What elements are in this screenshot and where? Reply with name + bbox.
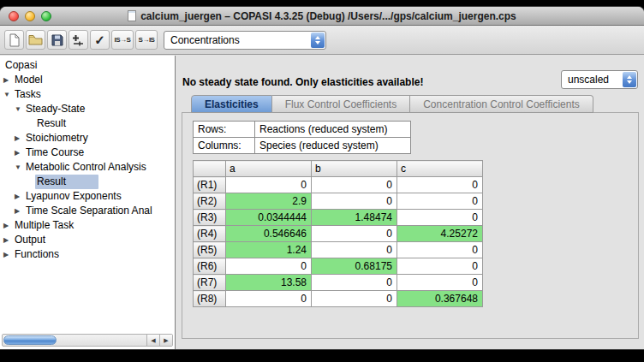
tab-elasticities[interactable]: Elasticities: [191, 95, 272, 113]
row-header-r2[interactable]: (R2): [194, 193, 226, 210]
sbml-import-button[interactable]: IS→S: [111, 30, 134, 50]
open-folder-icon: [28, 34, 43, 45]
cell-r6-b[interactable]: 0.68175: [312, 258, 397, 275]
sliders-button[interactable]: [69, 30, 88, 50]
tab-bar: ElasticitiesFlux Control CoefficientsCon…: [191, 95, 593, 113]
tree-collapsed-icon[interactable]: ▶: [15, 131, 24, 145]
cell-r7-a[interactable]: 13.58: [226, 275, 312, 291]
sidebar-item-output[interactable]: ▶Output: [0, 233, 175, 247]
cell-r1-c[interactable]: 0: [397, 177, 483, 193]
cell-r4-b[interactable]: 0: [312, 226, 397, 242]
sidebar-item-stoichiometry[interactable]: ▶Stoichiometry: [0, 131, 175, 145]
row-header-r6[interactable]: (R6): [194, 258, 226, 275]
sidebar-item-lyapunov-exponents[interactable]: ▶Lyapunov Exponents: [0, 189, 175, 204]
toolbar: ✓ IS→S S→IS Concentrations: [0, 26, 644, 55]
sidebar-item-result[interactable]: Result: [0, 175, 175, 189]
table-row-r3: (R3)0.03444441.484740: [194, 210, 483, 226]
cell-r8-c[interactable]: 0.367648: [397, 291, 483, 307]
cell-r2-b[interactable]: 0: [312, 193, 397, 210]
new-file-button[interactable]: [4, 30, 24, 50]
tree-collapsed-icon[interactable]: ▶: [15, 189, 24, 204]
sidebar-item-tasks[interactable]: ▼Tasks: [0, 87, 175, 102]
sbml-export-button[interactable]: S→IS: [135, 30, 158, 50]
tree-collapsed-icon[interactable]: ▶: [3, 73, 13, 87]
sidebar-item-steady-state[interactable]: ▼Steady-State: [0, 102, 175, 116]
sidebar-item-time-scale-separation-anal[interactable]: ▶Time Scale Separation Anal: [0, 204, 175, 218]
concentrations-dropdown[interactable]: Concentrations: [164, 31, 326, 50]
cell-r4-c[interactable]: 4.25272: [397, 226, 483, 242]
cell-r1-a[interactable]: 0: [226, 177, 312, 193]
column-header-a[interactable]: a: [226, 161, 312, 177]
scrollbar-buttons: ◀ ▶: [146, 335, 172, 346]
scrollbar-thumb[interactable]: [3, 335, 57, 345]
sidebar-item-functions[interactable]: ▶Functions: [0, 247, 175, 262]
table-row-r2: (R2)2.900: [194, 193, 483, 210]
column-header-c[interactable]: c: [397, 161, 483, 177]
dropdown-stepper-icon: [623, 72, 636, 87]
scroll-right-button[interactable]: ▶: [159, 335, 172, 346]
tree-collapsed-icon[interactable]: ▶: [3, 233, 13, 247]
row-header-r7[interactable]: (R7): [194, 275, 226, 291]
screenshot-stage: calcium_juergen – COPASI 4.3.25 (Debug) …: [0, 0, 644, 362]
save-button[interactable]: [47, 30, 67, 50]
sidebar-item-metabolic-control-analysis[interactable]: ▼Metabolic Control Analysis: [0, 160, 175, 175]
table-row-r4: (R4)0.54664604.25272: [194, 226, 483, 242]
cell-r4-a[interactable]: 0.546646: [226, 226, 312, 242]
column-header-b[interactable]: b: [312, 161, 397, 177]
minimize-button[interactable]: [25, 11, 35, 21]
cell-r7-b[interactable]: 0: [312, 275, 397, 291]
sidebar-item-label: Time Scale Separation Anal: [24, 204, 154, 218]
cell-r5-a[interactable]: 1.24: [226, 242, 312, 258]
info-row: Columns:Species (reduced system): [194, 138, 411, 154]
sidebar-tree: Copasi▶Model▼Tasks▼Steady-StateResult▶St…: [0, 56, 175, 262]
cell-r5-c[interactable]: 0: [397, 242, 483, 258]
info-table: Rows:Reactions (reduced system)Columns:S…: [193, 121, 411, 154]
cell-r8-b[interactable]: 0: [312, 291, 397, 307]
sidebar-item-label: Model: [13, 73, 45, 87]
close-button[interactable]: [9, 11, 19, 21]
tree-collapsed-icon[interactable]: ▶: [3, 218, 13, 233]
tree-expanded-icon[interactable]: ▼: [15, 102, 24, 116]
sidebar-item-multiple-task[interactable]: ▶Multiple Task: [0, 218, 175, 233]
info-row: Rows:Reactions (reduced system): [194, 122, 411, 138]
cell-r1-b[interactable]: 0: [312, 177, 397, 193]
row-header-r4[interactable]: (R4): [194, 226, 226, 242]
cell-r2-c[interactable]: 0: [397, 193, 483, 210]
cell-r3-b[interactable]: 1.48474: [312, 210, 397, 226]
scale-dropdown[interactable]: unscaled: [561, 70, 638, 89]
horizontal-scrollbar[interactable]: ◀ ▶: [2, 334, 173, 347]
tab-flux-control-coefficients[interactable]: Flux Control Coefficients: [272, 95, 411, 113]
tree-expanded-icon[interactable]: ▼: [3, 87, 13, 102]
cell-r5-b[interactable]: 0: [312, 242, 397, 258]
scroll-left-button[interactable]: ◀: [146, 335, 159, 346]
sidebar-item-time-course[interactable]: ▶Time Course: [0, 145, 175, 160]
cell-r7-c[interactable]: 0: [397, 275, 483, 291]
cell-r2-a[interactable]: 2.9: [226, 193, 312, 210]
table-header-row: abc: [194, 161, 483, 177]
cell-r3-c[interactable]: 0: [397, 210, 483, 226]
tree-collapsed-icon[interactable]: ▶: [3, 247, 13, 262]
row-header-r8[interactable]: (R8): [194, 291, 226, 307]
tree-collapsed-icon[interactable]: ▶: [15, 145, 24, 160]
title-bar[interactable]: calcium_juergen – COPASI 4.3.25 (Debug) …: [0, 7, 644, 26]
cell-r6-a[interactable]: 0: [226, 258, 312, 275]
sidebar-item-label: Output: [13, 233, 47, 247]
open-file-button[interactable]: [26, 30, 45, 50]
cell-r6-c[interactable]: 0: [397, 258, 483, 275]
sidebar-item-copasi[interactable]: Copasi: [0, 58, 175, 73]
zoom-button[interactable]: [41, 11, 51, 21]
table-row-r6: (R6)00.681750: [194, 258, 483, 275]
cell-r8-a[interactable]: 0: [226, 291, 312, 307]
cell-r3-a[interactable]: 0.0344444: [226, 210, 312, 226]
sliders-plus-icon: [72, 33, 85, 46]
tree-collapsed-icon[interactable]: ▶: [15, 204, 24, 218]
check-model-button[interactable]: ✓: [90, 30, 110, 50]
sidebar-item-model[interactable]: ▶Model: [0, 73, 175, 87]
row-header-r5[interactable]: (R5): [194, 242, 226, 258]
row-header-r1[interactable]: (R1): [194, 177, 226, 193]
sidebar-item-result[interactable]: Result: [0, 116, 175, 131]
sidebar-item-label: Result: [35, 116, 68, 131]
row-header-r3[interactable]: (R3): [194, 210, 226, 226]
tab-concentration-control-coefficients[interactable]: Concentration Control Coefficients: [410, 95, 593, 113]
tree-expanded-icon[interactable]: ▼: [15, 160, 24, 175]
